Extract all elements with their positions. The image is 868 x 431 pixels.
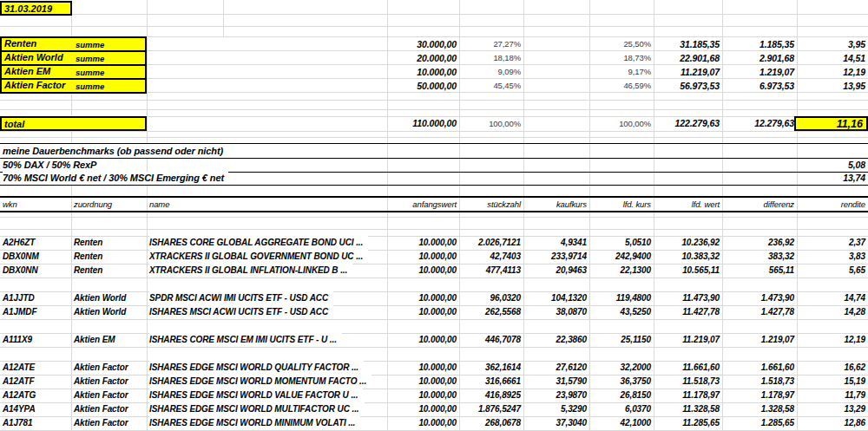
cell-lfd-wert: 10.383,32 xyxy=(681,250,720,264)
cell-actual-percent: 46,59% xyxy=(623,79,651,93)
cell-differenz: 236,92 xyxy=(768,236,794,250)
cell-stueckzahl: 268,0678 xyxy=(485,416,521,430)
cell-wkn: DBX0NN xyxy=(3,264,38,278)
cell-name: ISHARES EDGE MSCI WORLD MULTIFACTOR UC .… xyxy=(149,402,365,416)
benchmark-title-row: meine Dauerbenchmarks (ob passend oder n… xyxy=(0,144,868,158)
cell-differenz: 1.185,35 xyxy=(760,37,794,51)
cell-name: ISHARES EDGE MSCI WORLD VALUE FACTOR U .… xyxy=(149,389,363,402)
cell-lfd-wert: 11.328,58 xyxy=(682,402,720,416)
etf-row: DBX0NM Renten XTRACKERS II GLOBAL GOVERN… xyxy=(0,250,868,264)
cell-kaufkurs: 5,3290 xyxy=(561,402,587,416)
cell-stueckzahl: 42,7403 xyxy=(490,250,521,264)
cell-lfd-kurs: 6,0370 xyxy=(625,402,651,416)
cell-total-anfangswert: 110.000,00 xyxy=(412,116,457,131)
cell-wkn: A12ATF xyxy=(3,375,34,389)
benchmark-label: 70% MSCI World € net / 30% MSCI Emerging… xyxy=(3,172,228,185)
cell-wkn: A12ATG xyxy=(3,389,36,402)
cell-rendite: 12,19 xyxy=(843,65,865,79)
cell-zuordnung: Aktien EM xyxy=(74,333,115,347)
cell-lfd-kurs: 119,4800 xyxy=(616,291,651,305)
cell-stueckzahl: 1.876,5247 xyxy=(478,402,521,416)
cell-anfangswert: 20.000,00 xyxy=(417,51,457,65)
cell-anfangswert: 10.000,00 xyxy=(418,236,457,250)
cell-stueckzahl: 316,6661 xyxy=(485,375,521,389)
portfolio-spreadsheet: 31.03.2019 Renten summe Aktien World sum… xyxy=(0,0,868,431)
cell-stueckzahl: 416,8925 xyxy=(485,389,521,402)
cell-actual-percent: 18,73% xyxy=(623,51,651,65)
cell-lfd-wert: 10.236,92 xyxy=(681,236,720,250)
benchmark-rendite: 5,08 xyxy=(848,159,865,172)
cell-lfd-kurs: 22,1300 xyxy=(621,264,651,278)
cell-anfangswert: 10.000,00 xyxy=(418,416,457,430)
cell-target-percent: 9,09% xyxy=(498,65,521,79)
cell-zuordnung: Renten xyxy=(74,250,102,264)
cell-kaufkurs: 27,6120 xyxy=(556,361,587,375)
cell-differenz: 1.285,65 xyxy=(761,416,794,430)
header-anfangswert: anfangswert xyxy=(412,198,457,211)
cell-kaufkurs: 23,9870 xyxy=(556,389,587,402)
cell-differenz: 1.473,90 xyxy=(761,291,794,305)
cell-wkn: A1JJTD xyxy=(3,291,35,305)
cell-anfangswert: 30.000,00 xyxy=(417,37,457,51)
gridline xyxy=(0,229,868,230)
benchmark-row-dax: 50% DAX / 50% RexP 5,08 xyxy=(0,159,868,172)
cell-lfd-wert: 11.427,78 xyxy=(682,305,720,319)
cell-lfd-wert: 11.518,73 xyxy=(682,375,720,389)
cell-kaufkurs: 104,1320 xyxy=(551,291,587,305)
cell-lfd-kurs: 36,3750 xyxy=(621,375,651,389)
cell-lfd-kurs: 43,5250 xyxy=(621,305,651,319)
cell-anfangswert: 10.000,00 xyxy=(418,291,457,305)
cell-total-differenz: 12.279,63 xyxy=(754,116,794,131)
cell-rendite: 13,29 xyxy=(844,402,865,416)
header-wkn: wkn xyxy=(3,198,17,211)
cell-wkn: A1JMDF xyxy=(3,305,36,319)
gridline xyxy=(0,14,868,15)
gridline xyxy=(0,131,868,132)
gridline xyxy=(0,217,868,218)
summary-value-row: 10.000,00 9,09% 9,17% 11.219,07 1.219,07… xyxy=(0,65,868,79)
cell-rendite: 15,19 xyxy=(844,375,865,389)
etf-row: A1JJTD Aktien World SPDR MSCI ACWI IMI U… xyxy=(0,291,868,305)
cell-zuordnung: Renten xyxy=(74,236,102,250)
cell-differenz: 1.178,97 xyxy=(761,389,794,402)
cell-rendite: 14,74 xyxy=(844,291,865,305)
cell-kaufkurs: 37,3040 xyxy=(556,416,587,430)
cell-differenz: 6.973,53 xyxy=(760,79,794,93)
cell-name: ISHARES EDGE MSCI WORLD MINIMUM VOLATI .… xyxy=(149,416,360,430)
gridline xyxy=(0,100,868,101)
gridline xyxy=(0,26,868,27)
cell-name: ISHARES EDGE MSCI WORLD MOMENTUM FACTO .… xyxy=(149,375,372,389)
cell-anfangswert: 10.000,00 xyxy=(418,333,457,347)
cell-zuordnung: Aktien Factor xyxy=(74,416,128,430)
cell-lfd-wert: 11.285,65 xyxy=(682,416,720,430)
cell-anfangswert: 10.000,00 xyxy=(418,305,457,319)
etf-row: A12ATG Aktien Factor ISHARES EDGE MSCI W… xyxy=(0,389,868,402)
etf-row: A14YPA Aktien Factor ISHARES EDGE MSCI W… xyxy=(0,402,868,416)
cell-wkn: A12ATE xyxy=(3,361,35,375)
cell-name: XTRACKERS II GLOBAL INFLATION-LINKED B .… xyxy=(149,264,352,278)
cell-differenz: 1.661,60 xyxy=(761,361,794,375)
cell-differenz: 1.427,78 xyxy=(761,305,794,319)
cell-target-percent: 45,45% xyxy=(493,79,521,93)
cell-kaufkurs: 22,3860 xyxy=(556,333,587,347)
cell-anfangswert: 10.000,00 xyxy=(418,375,457,389)
cell-lfd-wert: 22.901,68 xyxy=(680,51,720,65)
cell-wkn: A111X9 xyxy=(3,333,32,347)
cell-differenz: 1.219,07 xyxy=(760,65,794,79)
cell-zuordnung: Aktien World xyxy=(74,305,126,319)
cell-rendite: 3,95 xyxy=(848,37,865,51)
total-value-row: 110.000,00 100,00% 100,00% 122.279,63 12… xyxy=(0,116,868,131)
etf-row: A1JMDF Aktien World ISHARES MSCI ACWI UC… xyxy=(0,305,868,319)
cell-zuordnung: Aktien World xyxy=(74,291,126,305)
cell-kaufkurs: 4,9341 xyxy=(561,236,587,250)
cell-stueckzahl: 477,4113 xyxy=(486,264,521,278)
cell-lfd-wert: 11.219,07 xyxy=(681,65,720,79)
cell-differenz: 383,32 xyxy=(768,250,794,264)
cell-name: ISHARES EDGE MSCI WORLD QUALITY FACTOR .… xyxy=(149,361,364,375)
cell-total-actual-percent: 100,00% xyxy=(619,116,651,131)
cell-stueckzahl: 96,0320 xyxy=(490,291,521,305)
cell-anfangswert: 10.000,00 xyxy=(418,389,457,402)
cell-wkn: DBX0NM xyxy=(3,250,39,264)
cell-rendite: 16,62 xyxy=(844,361,865,375)
cell-lfd-kurs: 242,9400 xyxy=(615,250,651,264)
